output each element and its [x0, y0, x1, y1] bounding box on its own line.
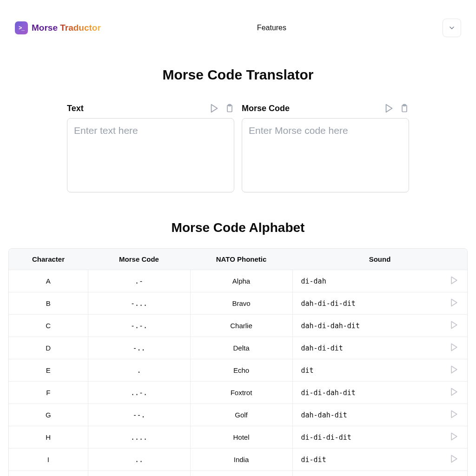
- cell-morse: ..-.: [88, 382, 190, 404]
- play-icon: [450, 276, 459, 285]
- play-icon: [209, 103, 219, 113]
- cell-sound: di-dah: [292, 270, 441, 292]
- cell-sound: di-dah-dah-dah: [292, 471, 441, 476]
- play-text-button[interactable]: [209, 103, 219, 113]
- play-row-button[interactable]: [450, 365, 459, 374]
- cell-morse: --.: [88, 404, 190, 426]
- table-row: C-.-.Charliedah-di-dah-dit: [9, 315, 467, 337]
- play-icon: [384, 103, 394, 113]
- cell-character: I: [9, 449, 88, 471]
- cell-nato: Echo: [190, 359, 292, 382]
- brand-word-2: Traductor: [60, 23, 101, 33]
- play-row-button[interactable]: [450, 343, 459, 352]
- copy-text-button[interactable]: [225, 104, 234, 113]
- brand[interactable]: Morse Traductor: [15, 21, 101, 34]
- col-morse: Morse Code: [88, 249, 190, 270]
- cell-character: D: [9, 337, 88, 359]
- svg-marker-3: [386, 105, 392, 112]
- svg-marker-6: [451, 277, 457, 284]
- svg-marker-14: [451, 456, 457, 463]
- chevron-down-icon: [448, 24, 456, 32]
- play-icon: [450, 343, 459, 352]
- main-content: Morse Code Translator Text Morse Code: [0, 48, 476, 476]
- text-input[interactable]: [67, 118, 234, 192]
- cell-character: A: [9, 270, 88, 292]
- cell-nato: Alpha: [190, 270, 292, 292]
- terminal-icon: [15, 21, 28, 34]
- cell-sound: dah-di-dit: [292, 337, 441, 359]
- cell-nato: Foxtrot: [190, 382, 292, 404]
- cell-morse: .---: [88, 471, 190, 476]
- clipboard-icon: [225, 104, 234, 113]
- play-icon: [450, 454, 459, 463]
- alphabet-table-wrap: Character Morse Code NATO Phonetic Sound…: [8, 248, 468, 476]
- cell-sound: dah-di-dah-dit: [292, 315, 441, 337]
- play-row-button[interactable]: [450, 276, 459, 285]
- menu-dropdown-button[interactable]: [443, 19, 461, 37]
- cell-sound: di-di-di-dit: [292, 426, 441, 449]
- cell-nato: Golf: [190, 404, 292, 426]
- text-label: Text: [67, 104, 84, 113]
- cell-morse: -...: [88, 292, 190, 315]
- svg-marker-12: [451, 411, 457, 418]
- brand-word-1: Morse: [32, 23, 60, 33]
- cell-sound: dit: [292, 359, 441, 382]
- play-row-button[interactable]: [450, 320, 459, 330]
- table-row: E.Echodit: [9, 359, 467, 382]
- cell-morse: .-: [88, 270, 190, 292]
- cell-nato: Bravo: [190, 292, 292, 315]
- cell-sound: di-di-dah-dit: [292, 382, 441, 404]
- morse-input[interactable]: [242, 118, 409, 192]
- svg-marker-9: [451, 344, 457, 351]
- svg-marker-0: [212, 105, 218, 112]
- table-row: G--.Golfdah-dah-dit: [9, 404, 467, 426]
- col-sound: Sound: [292, 249, 467, 270]
- brand-text: Morse Traductor: [32, 23, 101, 33]
- play-icon: [450, 410, 459, 419]
- cell-nato: Charlie: [190, 315, 292, 337]
- cell-morse: ..: [88, 449, 190, 471]
- play-row-button[interactable]: [450, 387, 459, 397]
- svg-marker-8: [451, 322, 457, 329]
- clipboard-icon: [400, 104, 409, 113]
- header: Morse Traductor Features: [0, 0, 476, 48]
- play-morse-button[interactable]: [384, 103, 394, 113]
- cell-character: G: [9, 404, 88, 426]
- play-row-button[interactable]: [450, 410, 459, 419]
- cell-nato: Juliet: [190, 471, 292, 476]
- cell-morse: ....: [88, 426, 190, 449]
- play-icon: [450, 387, 459, 397]
- page-title: Morse Code Translator: [15, 67, 461, 83]
- svg-marker-10: [451, 366, 457, 373]
- text-panel-head: Text: [67, 103, 234, 113]
- morse-panel-head: Morse Code: [242, 103, 409, 113]
- nav-features-link[interactable]: Features: [257, 24, 286, 32]
- cell-character: E: [9, 359, 88, 382]
- cell-morse: -.-.: [88, 315, 190, 337]
- text-panel: Text: [67, 103, 234, 194]
- translator-panels: Text Morse Code: [15, 103, 461, 194]
- table-row: I..Indiadi-dit: [9, 449, 467, 471]
- play-icon: [450, 320, 459, 330]
- cell-character: J: [9, 471, 88, 476]
- col-nato: NATO Phonetic: [190, 249, 292, 270]
- svg-marker-13: [451, 433, 457, 440]
- table-header-row: Character Morse Code NATO Phonetic Sound: [9, 249, 467, 270]
- table-row: H....Hoteldi-di-di-dit: [9, 426, 467, 449]
- table-row: F..-.Foxtrotdi-di-dah-dit: [9, 382, 467, 404]
- play-icon: [450, 365, 459, 374]
- cell-morse: -..: [88, 337, 190, 359]
- play-icon: [450, 432, 459, 441]
- play-icon: [450, 298, 459, 307]
- copy-morse-button[interactable]: [400, 104, 409, 113]
- play-row-button[interactable]: [450, 454, 459, 463]
- morse-panel: Morse Code: [242, 103, 409, 194]
- table-row: B-...Bravodah-di-di-dit: [9, 292, 467, 315]
- table-row: D-..Deltadah-di-dit: [9, 337, 467, 359]
- play-row-button[interactable]: [450, 432, 459, 441]
- table-row: A.-Alphadi-dah: [9, 270, 467, 292]
- cell-morse: .: [88, 359, 190, 382]
- cell-nato: Hotel: [190, 426, 292, 449]
- play-row-button[interactable]: [450, 298, 459, 307]
- cell-character: C: [9, 315, 88, 337]
